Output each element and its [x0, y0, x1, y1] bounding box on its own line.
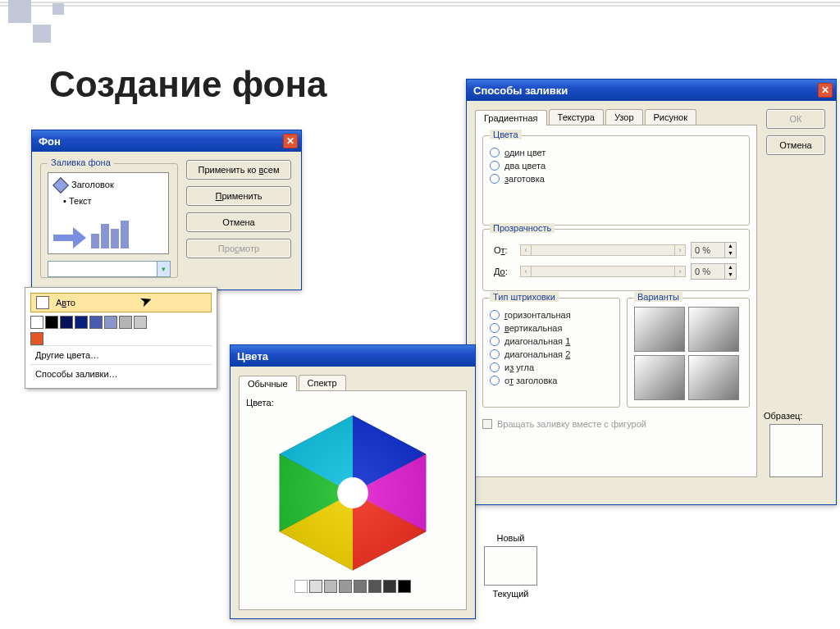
chevron-down-icon[interactable]: ▾ [157, 262, 170, 276]
radio-vertical[interactable]: вертикальная [490, 323, 613, 333]
background-dialog: Фон ✕ Заливка фона Заголовок • Текст ▾ [31, 130, 302, 290]
radio-two-colors[interactable]: два цвета [490, 161, 742, 171]
rotate-fill-checkbox: Вращать заливку вместе с фигурой [482, 419, 750, 429]
ok-button[interactable]: ОК [766, 109, 825, 129]
tab-texture[interactable]: Текстура [549, 109, 604, 125]
preview-button[interactable]: Просмотр [186, 239, 291, 258]
new-color-sample [484, 546, 537, 586]
tab-gradient[interactable]: Градиентная [475, 110, 547, 125]
color-row-2 [30, 332, 212, 345]
color-swatch[interactable] [134, 316, 147, 329]
color-swatch[interactable] [75, 316, 88, 329]
cancel-button[interactable]: Отмена [186, 212, 291, 232]
fill-methods-item[interactable]: Способы заливки… [30, 364, 212, 383]
color-swatch[interactable] [60, 316, 73, 329]
tab-spectrum[interactable]: Спектр [299, 375, 346, 390]
colors-group-legend: Цвета [490, 130, 522, 139]
cancel-button[interactable]: Отмена [766, 135, 825, 155]
colors-dialog-titlebar: Цвета [231, 345, 475, 367]
colors-label: Цвета: [246, 398, 459, 408]
color-swatch[interactable] [45, 316, 58, 329]
new-label: Новый [484, 533, 537, 543]
background-dialog-title: Фон [39, 135, 61, 148]
color-swatch[interactable] [89, 316, 103, 329]
close-icon[interactable]: ✕ [283, 134, 298, 148]
radio-preset[interactable]: заготовка [490, 174, 742, 184]
color-swatch[interactable] [104, 316, 117, 329]
transparency-legend: Прозрачность [490, 223, 555, 233]
tab-pattern[interactable]: Узор [605, 109, 643, 125]
to-slider[interactable]: ‹› [520, 266, 686, 277]
from-spinner[interactable]: 0 %▲▼ [691, 242, 737, 258]
color-swatch[interactable] [119, 316, 132, 329]
background-fill-legend: Заливка фона [48, 157, 114, 167]
auto-color-item[interactable]: Авто [30, 293, 212, 312]
sample-box [769, 424, 823, 477]
color-swatch[interactable] [30, 332, 43, 345]
apply-button[interactable]: Применить [186, 186, 291, 206]
from-label: От: [493, 241, 516, 259]
more-colors-item[interactable]: Другие цвета… [30, 345, 212, 364]
radio-one-color[interactable]: один цвет [490, 148, 742, 157]
to-spinner[interactable]: 0 %▲▼ [691, 263, 737, 280]
fill-effects-dialog: Способы заливки ✕ Градиентная Текстура У… [466, 79, 837, 505]
tab-standard[interactable]: Обычные [239, 376, 297, 391]
fill-color-select[interactable]: ▾ [48, 261, 171, 277]
radio-diag1[interactable]: диагональная 1 [490, 336, 613, 346]
color-picker-popup: Авто Другие цвета… Способы заливки… [25, 287, 217, 389]
apply-all-button[interactable]: Применить ко всем [186, 160, 291, 180]
variant-grid[interactable] [634, 307, 742, 400]
hatch-legend: Тип штриховки [490, 292, 559, 302]
radio-horizontal[interactable]: горизонтальная [490, 310, 613, 320]
radio-from-title[interactable]: от заголовка [490, 376, 613, 385]
radio-from-corner[interactable]: из угла [490, 362, 613, 372]
sample-label: Образец: [764, 411, 802, 421]
fill-effects-title: Способы заливки [473, 84, 568, 97]
colors-dialog: Цвета Обычные Спектр Цвета: [230, 344, 476, 619]
preview-heading: Заголовок [71, 180, 114, 189]
color-swatch[interactable] [30, 316, 43, 329]
colors-dialog-title: Цвета [237, 350, 268, 362]
current-label: Текущий [484, 589, 537, 599]
color-row-1 [30, 316, 212, 329]
preview-bullet: • Текст [63, 196, 92, 206]
svg-point-7 [337, 477, 368, 508]
from-slider[interactable]: ‹› [520, 244, 686, 256]
fill-effects-titlebar: Способы заливки ✕ [467, 80, 836, 101]
tab-picture[interactable]: Рисунок [645, 109, 697, 125]
slide-preview: Заголовок • Текст [48, 172, 169, 254]
new-current-panel: Новый Текущий [484, 533, 537, 599]
hex-color-picker[interactable] [267, 411, 439, 575]
variants-legend: Варианты [634, 292, 682, 302]
to-label: До: [493, 262, 516, 280]
close-icon[interactable]: ✕ [818, 83, 833, 98]
page-title: Создание фона [49, 64, 327, 105]
radio-diag2[interactable]: диагональная 2 [490, 349, 613, 359]
background-dialog-titlebar: Фон ✕ [32, 130, 301, 152]
